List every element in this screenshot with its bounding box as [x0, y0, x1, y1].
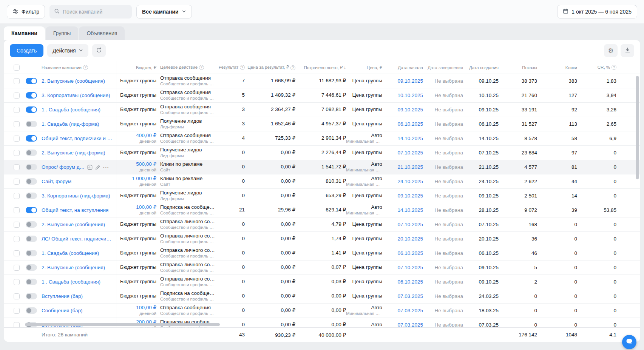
- export-button[interactable]: [621, 44, 634, 57]
- campaign-name-link[interactable]: Сайт, форум: [42, 179, 71, 184]
- campaign-toggle[interactable]: [26, 106, 37, 113]
- campaign-toggle[interactable]: [26, 178, 37, 185]
- start-date-link[interactable]: 09.10.2025: [397, 193, 423, 199]
- campaign-name-link[interactable]: 1 . Свадьба (сообщения): [42, 279, 100, 285]
- start-date-link[interactable]: 07.03.2025: [397, 322, 423, 327]
- table-row[interactable]: Опрос/ форум д… ··· 500,00 ₽ дневной Кли…: [4, 160, 640, 174]
- column-header-budget[interactable]: Бюджет, ₽: [116, 65, 156, 70]
- column-header-cr[interactable]: CR, %?: [577, 65, 616, 70]
- table-row[interactable]: 2. Выпускные (сообщения) ··· Бюджет груп…: [4, 261, 640, 275]
- tab-ads[interactable]: Объявления: [79, 26, 125, 40]
- start-date-link[interactable]: 14.10.2025: [397, 136, 423, 141]
- table-row[interactable]: 2. Выпускные (сообщения) ··· Бюджет груп…: [4, 74, 640, 88]
- row-checkbox[interactable]: [14, 293, 20, 299]
- refresh-button[interactable]: [92, 44, 106, 57]
- column-header-start[interactable]: Дата начала: [382, 65, 423, 70]
- campaign-toggle[interactable]: [26, 307, 37, 314]
- row-checkbox[interactable]: [14, 308, 20, 314]
- start-date-link[interactable]: 21.10.2025: [397, 164, 423, 170]
- tab-campaigns[interactable]: Кампании: [4, 26, 45, 40]
- row-checkbox[interactable]: [14, 107, 20, 113]
- row-checkbox[interactable]: [14, 250, 20, 256]
- campaign-toggle[interactable]: [26, 293, 37, 299]
- table-row[interactable]: Вступления (бар) ··· 200,00 ₽ дневной По…: [4, 318, 640, 327]
- campaign-name-link[interactable]: 2. Выпускные (сообщения): [42, 222, 105, 227]
- actions-dropdown[interactable]: Действия: [47, 44, 88, 57]
- campaign-name-link[interactable]: Общий текст, подписчики и дру…: [42, 136, 113, 141]
- settings-button[interactable]: ⚙: [604, 44, 618, 57]
- row-checkbox[interactable]: [14, 222, 20, 228]
- campaign-toggle[interactable]: [26, 207, 37, 213]
- column-header-end[interactable]: Дата завершения: [423, 65, 463, 70]
- campaign-scope-dropdown[interactable]: Все кампании: [136, 5, 192, 19]
- table-row[interactable]: 2. Выпускные (лид-форма) ··· Бюджет груп…: [4, 146, 640, 160]
- table-row[interactable]: Сайт, форум ··· 1 000,00 ₽ дневной Клики…: [4, 174, 640, 189]
- campaign-name-link[interactable]: 1 . Свадьба (сообщения): [42, 107, 100, 113]
- row-checkbox[interactable]: [14, 207, 20, 213]
- row-checkbox[interactable]: [14, 136, 20, 142]
- campaign-name-link[interactable]: Вступления (бар): [42, 293, 83, 299]
- table-row[interactable]: Сообщения (бар) ··· 100,00 ₽ дневной Отп…: [4, 304, 640, 318]
- start-date-link[interactable]: 06.10.2025: [397, 250, 423, 256]
- campaign-toggle[interactable]: [26, 164, 37, 170]
- campaign-name-link[interactable]: 3. Корпоративы (сообщение): [42, 93, 110, 98]
- tab-groups[interactable]: Группы: [46, 26, 79, 40]
- more-actions-icon[interactable]: ···: [103, 165, 109, 170]
- row-checkbox[interactable]: [14, 193, 20, 199]
- row-checkbox[interactable]: [14, 322, 20, 328]
- campaign-name-link[interactable]: 3. Корпоративы (лид-форма): [42, 193, 110, 199]
- campaign-name-link[interactable]: Опрос/ форум д…: [42, 164, 85, 170]
- column-header-imp[interactable]: Показы: [499, 65, 537, 70]
- start-date-link[interactable]: 07.10.2025: [397, 150, 423, 156]
- table-row[interactable]: Общий текст, подписчики и дру… ··· 400,0…: [4, 131, 640, 146]
- filter-button[interactable]: Фильтр: [7, 5, 45, 19]
- row-checkbox[interactable]: [14, 164, 20, 170]
- date-range-button[interactable]: 1 окт 2025 — 6 ноя 2025: [557, 5, 637, 19]
- table-row[interactable]: 1 . Свадьба (сообщения) ··· Бюджет групп…: [4, 103, 640, 117]
- campaign-name-link[interactable]: Сообщения (бар): [42, 308, 82, 313]
- campaign-toggle[interactable]: [26, 221, 37, 228]
- vertical-scrollbar[interactable]: [636, 76, 639, 179]
- search-box[interactable]: [49, 5, 132, 19]
- start-date-link[interactable]: 07.10.2025: [397, 222, 423, 227]
- search-input[interactable]: [63, 9, 127, 15]
- campaign-toggle[interactable]: [26, 250, 37, 256]
- start-date-link[interactable]: 07.03.2025: [397, 308, 423, 313]
- campaign-name-link[interactable]: 2. Выпускные (сообщения): [42, 265, 105, 270]
- start-date-link[interactable]: 09.10.2025: [397, 107, 423, 113]
- table-row[interactable]: ЛС/ Общий текст, подписчики и … ··· Бюдж…: [4, 232, 640, 246]
- table-row[interactable]: Общий текст, на вступления ··· 100,00 ₽ …: [4, 203, 640, 217]
- create-button[interactable]: Создать: [10, 44, 43, 57]
- campaign-toggle[interactable]: [26, 150, 37, 156]
- start-date-link[interactable]: 14.10.2025: [397, 207, 423, 213]
- table-row[interactable]: 3. Корпоративы (сообщение) ··· Бюджет гр…: [4, 88, 640, 103]
- campaign-toggle[interactable]: [26, 135, 37, 142]
- row-checkbox[interactable]: [14, 150, 20, 156]
- column-header-cpr[interactable]: Цена за результат, ₽?: [245, 65, 295, 70]
- statistics-icon[interactable]: [87, 165, 93, 170]
- start-date-link[interactable]: 20.10.2025: [397, 236, 423, 242]
- table-row[interactable]: 1. Свадьба (сообщения) ··· Бюджет группы…: [4, 246, 640, 261]
- column-header-created[interactable]: Дата создания: [463, 65, 499, 70]
- start-date-link[interactable]: 09.10.2025: [397, 78, 423, 84]
- campaign-toggle[interactable]: [26, 193, 37, 199]
- row-checkbox[interactable]: [14, 179, 20, 185]
- row-checkbox[interactable]: [14, 121, 20, 127]
- campaign-name-link[interactable]: 1. Свадьба (сообщения): [42, 250, 99, 256]
- column-header-name[interactable]: Название кампании?: [39, 61, 116, 74]
- start-date-link[interactable]: 06.10.2025: [397, 279, 423, 285]
- table-row[interactable]: 3. Корпоративы (лид-форма) ··· Бюджет гр…: [4, 189, 640, 203]
- row-checkbox[interactable]: [14, 279, 20, 285]
- campaign-toggle[interactable]: [26, 236, 37, 242]
- table-row[interactable]: 1. Свадьба (лид-форма) ··· Бюджет группы…: [4, 117, 640, 131]
- column-header-action[interactable]: Целевое действие?: [156, 65, 215, 70]
- campaign-toggle[interactable]: [26, 264, 37, 271]
- start-date-link[interactable]: 06.10.2025: [397, 121, 423, 127]
- support-chat-button[interactable]: [622, 335, 636, 349]
- campaign-name-link[interactable]: 1. Свадьба (лид-форма): [42, 121, 99, 127]
- horizontal-scrollbar[interactable]: [25, 323, 220, 326]
- column-header-price[interactable]: Цена, ₽: [346, 65, 382, 70]
- row-checkbox[interactable]: [14, 93, 20, 99]
- campaign-name-link[interactable]: 2. Выпускные (лид-форма): [42, 150, 105, 156]
- column-header-spent[interactable]: Потрачено всего, ₽↓: [295, 65, 346, 70]
